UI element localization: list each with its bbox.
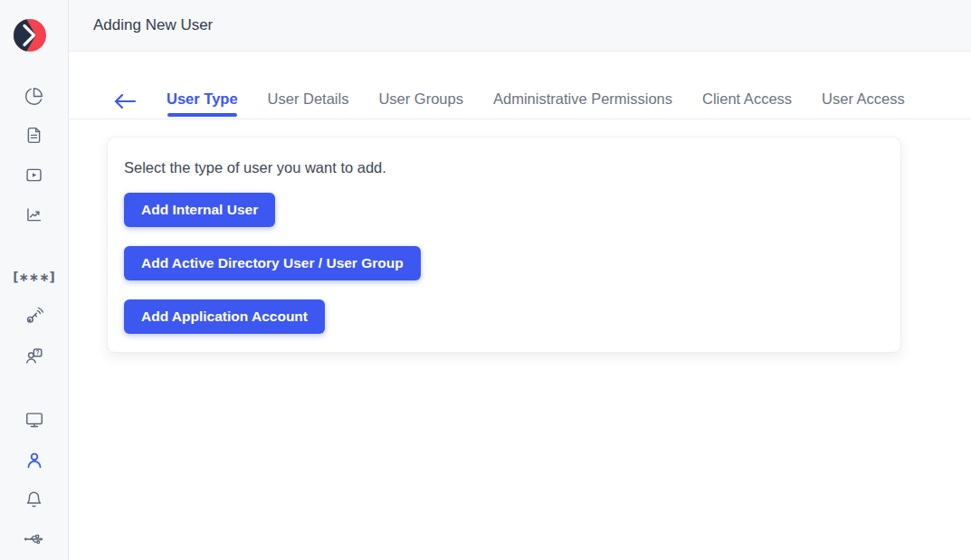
user-type-card: Select the type of user you want to add.… xyxy=(107,137,901,353)
tab-client-access[interactable]: Client Access xyxy=(702,90,792,119)
tab-user-access[interactable]: User Access xyxy=(822,90,905,119)
document-icon[interactable] xyxy=(23,123,46,147)
password-brackets-glyph: [∗∗∗] xyxy=(13,270,54,284)
monitor-icon[interactable] xyxy=(23,408,46,432)
user-icon[interactable] xyxy=(23,449,46,472)
sidebar: [∗∗∗] ? xyxy=(0,0,69,560)
select-user-type-prompt: Select the type of user you want to add. xyxy=(124,159,884,176)
add-active-directory-user-button[interactable]: Add Active Directory User / User Group xyxy=(124,246,421,280)
back-arrow-icon[interactable] xyxy=(113,92,137,119)
page-title: Adding New User xyxy=(93,16,213,34)
user-question-icon[interactable]: ? xyxy=(23,345,46,368)
wizard-tabs: User Type User Details User Groups Admin… xyxy=(69,52,971,119)
tab-user-groups[interactable]: User Groups xyxy=(378,90,463,119)
tab-administrative-permissions[interactable]: Administrative Permissions xyxy=(493,90,672,119)
add-application-account-button[interactable]: Add Application Account xyxy=(124,299,325,334)
add-internal-user-button[interactable]: Add Internal User xyxy=(124,193,275,227)
usb-icon[interactable] xyxy=(23,527,46,551)
line-chart-icon[interactable] xyxy=(23,203,46,226)
pie-chart-icon[interactable] xyxy=(23,84,46,108)
password-brackets-icon[interactable]: [∗∗∗] xyxy=(23,265,46,289)
svg-text:?: ? xyxy=(35,349,39,356)
tab-user-type[interactable]: User Type xyxy=(167,90,238,119)
key-signal-icon[interactable] xyxy=(23,304,46,327)
tab-user-details[interactable]: User Details xyxy=(268,90,349,119)
video-player-icon[interactable] xyxy=(23,163,46,186)
bell-icon[interactable] xyxy=(23,488,46,511)
page-header: Adding New User xyxy=(69,0,971,52)
brand-logo[interactable] xyxy=(14,19,46,52)
